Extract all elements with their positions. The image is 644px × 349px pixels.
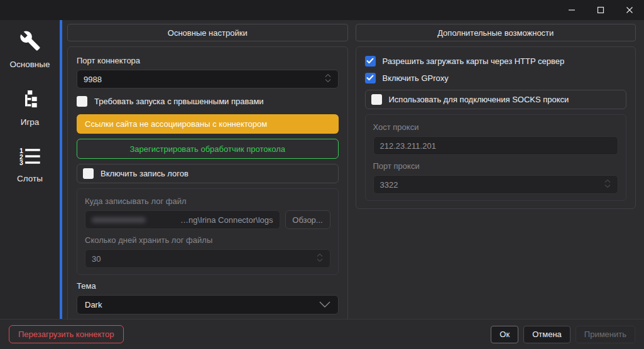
svg-text:3: 3: [19, 159, 23, 166]
checkbox-label: Включить GProxy: [383, 73, 449, 83]
checkbox-unchecked[interactable]: [77, 96, 87, 107]
sidebar-item-label: Основные: [9, 60, 50, 69]
sidebar: Основные Игра 1 2 3: [0, 20, 62, 319]
check-icon: [366, 56, 374, 66]
sidebar-item-label: Слоты: [17, 174, 43, 183]
left-section-header: Основные настройки: [67, 24, 348, 41]
logging-checkbox-box: Включить запись логов: [77, 164, 339, 183]
elevated-rights-checkbox[interactable]: Требовать запуска с првышенными правами: [77, 96, 339, 107]
svg-text:1: 1: [19, 148, 23, 154]
wrench-icon: [19, 30, 41, 53]
right-column: Дополнительные возможности Разрешить заг…: [356, 24, 636, 209]
redacted-path-segment: [92, 217, 146, 223]
sidebar-item-slots[interactable]: 1 2 3 Слоты: [0, 144, 60, 186]
sidebar-item-main[interactable]: Основные: [0, 28, 60, 72]
checkbox-label: Включить запись логов: [101, 169, 188, 178]
log-path-label: Куда записывать лог файл: [85, 196, 330, 206]
footer-bar: Перезагрузить коннектор Ок Отмена Примен…: [0, 319, 644, 349]
close-button[interactable]: [615, 0, 644, 20]
gproxy-checkbox[interactable]: Включить GProxy: [365, 73, 627, 83]
proxy-host-label: Хост прокси: [373, 122, 619, 132]
http-server-checkbox[interactable]: Разрешить загружать карты через HTTP сер…: [365, 56, 627, 67]
logging-checkbox[interactable]: Включить запись логов: [83, 168, 188, 179]
right-section-header: Дополнительные возможности: [356, 24, 636, 41]
port-input[interactable]: 9988: [77, 70, 339, 89]
stepper-icon[interactable]: [603, 178, 612, 191]
stepper-icon[interactable]: [324, 73, 332, 86]
stepper-icon[interactable]: [315, 252, 324, 266]
right-section-title: Дополнительные возможности: [437, 28, 554, 38]
minimize-icon: [568, 6, 576, 14]
checkbox-label: Требовать запуска с првышенными правами: [94, 97, 264, 106]
association-warning-banner: Ссылки сайта не ассоциированы с коннекто…: [77, 114, 339, 134]
socks-checkbox-box: Использовать для подключения SOCKS прокс…: [365, 90, 627, 109]
chevron-down-icon: [319, 300, 330, 309]
ok-button[interactable]: Ок: [491, 326, 518, 343]
cancel-button[interactable]: Отмена: [523, 326, 570, 343]
socks-checkbox[interactable]: Использовать для подключения SOCKS прокс…: [371, 94, 569, 105]
main-content: Основные настройки Порт коннектора 9988 …: [62, 20, 644, 319]
checkbox-label: Использовать для подключения SOCKS прокс…: [389, 95, 569, 104]
checkbox-unchecked[interactable]: [371, 94, 382, 105]
proxy-port-label: Порт прокси: [373, 161, 619, 171]
log-path-row: …ng\Irina Connector\logs Обзор...: [85, 210, 330, 229]
browse-button[interactable]: Обзор...: [285, 210, 330, 229]
sidebar-item-game[interactable]: Игра: [0, 87, 60, 129]
tree-icon: [20, 89, 40, 111]
proxy-settings-group: Хост прокси 212.23.211.201 Порт прокси 3…: [365, 114, 627, 201]
left-column: Основные настройки Порт коннектора 9988 …: [67, 24, 348, 323]
proxy-port-input[interactable]: 3322: [373, 175, 619, 194]
checkbox-checked[interactable]: [365, 56, 376, 67]
app-body: Основные Игра 1 2 3: [0, 20, 644, 319]
register-protocol-button[interactable]: Зарегистрировать обработчик протокола: [77, 139, 339, 159]
titlebar[interactable]: [0, 0, 644, 20]
close-icon: [626, 6, 633, 14]
sidebar-item-label: Игра: [21, 117, 40, 127]
left-group-box: Порт коннектора 9988 Требовать запуска с…: [67, 46, 348, 323]
theme-dropdown[interactable]: Dark: [77, 295, 339, 314]
log-days-label: Сколько дней хранить лог файлы: [85, 235, 330, 245]
right-group-box: Разрешить загружать карты через HTTP сер…: [356, 46, 636, 209]
apply-button[interactable]: Применить: [576, 326, 635, 343]
theme-selected-value: Dark: [85, 300, 102, 309]
maximize-button[interactable]: [586, 0, 615, 20]
checkbox-checked[interactable]: [365, 73, 376, 83]
proxy-host-input[interactable]: 212.23.211.201: [373, 136, 619, 155]
reload-connector-button[interactable]: Перезагрузить коннектор: [9, 325, 124, 343]
checkbox-label: Разрешить загружать карты через HTTP сер…: [383, 56, 565, 66]
minimize-button[interactable]: [557, 0, 586, 20]
log-days-input[interactable]: 30: [85, 249, 330, 268]
checkbox-unchecked[interactable]: [83, 168, 94, 179]
log-path-input[interactable]: …ng\Irina Connector\logs: [85, 210, 280, 229]
left-section-title: Основные настройки: [168, 28, 248, 38]
check-icon: [366, 73, 374, 83]
maximize-icon: [597, 6, 604, 14]
log-settings-group: Куда записывать лог файл …ng\Irina Conne…: [77, 188, 339, 275]
theme-label: Тема: [77, 281, 339, 291]
numbered-list-icon: 1 2 3: [19, 147, 41, 168]
port-label: Порт коннектора: [77, 56, 339, 65]
